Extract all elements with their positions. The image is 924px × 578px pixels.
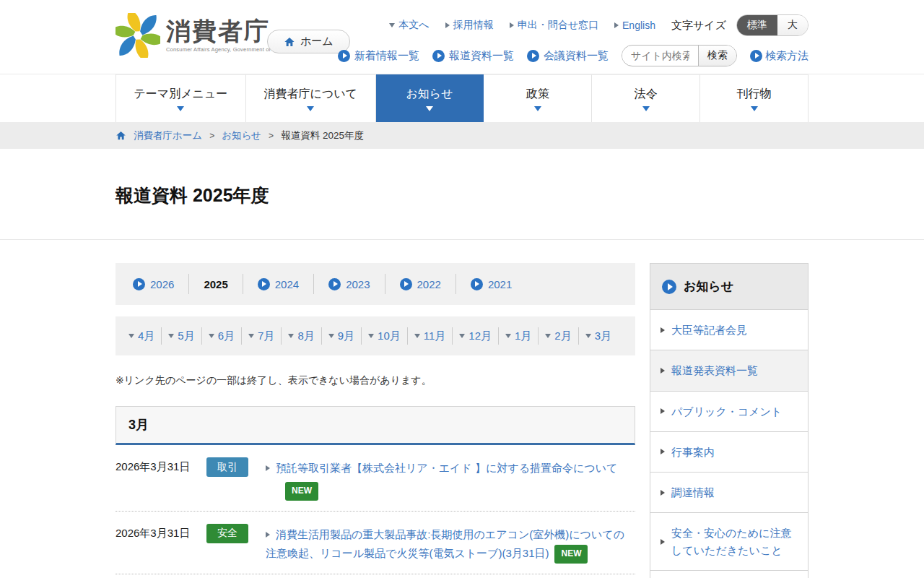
month-link-3[interactable]: 3月 — [585, 329, 611, 343]
chevron-down-icon — [288, 334, 294, 338]
month-link-11[interactable]: 11月 — [414, 329, 446, 343]
nav-label: 法令 — [635, 87, 658, 102]
site-header: 消費者庁 Consumer Affairs Agency, Government… — [0, 0, 924, 74]
divider — [281, 327, 282, 345]
article-link[interactable]: 預託等取引業者【株式会社リア・エイド 】に対する措置命令について — [276, 462, 617, 474]
nav-theme-menu[interactable]: テーマ別メニュー — [116, 74, 246, 122]
breadcrumb-current: 報道資料 2025年度 — [281, 129, 364, 142]
year-label: 2025 — [204, 278, 227, 290]
month-link-6[interactable]: 6月 — [209, 329, 235, 343]
home-icon — [116, 130, 126, 141]
font-size-toggle: 標準 大 — [736, 14, 808, 36]
circle-arrow-icon — [662, 280, 676, 294]
sidebar-item-label: 行事案内 — [671, 444, 715, 460]
month-link-10[interactable]: 10月 — [368, 329, 401, 343]
month-link-2[interactable]: 2月 — [545, 329, 571, 343]
month-link-4[interactable]: 4月 — [128, 329, 154, 343]
nav-policy[interactable]: 政策 — [484, 74, 592, 122]
sidebar-item-safety-cautions[interactable]: 安全・安心のために注意していただきたいこと — [650, 513, 808, 571]
month-link-8[interactable]: 8月 — [288, 329, 314, 343]
month-label: 2月 — [554, 329, 571, 343]
meeting-list-link[interactable]: 会議資料一覧 — [527, 49, 609, 63]
english-link[interactable]: English — [614, 20, 655, 31]
chevron-down-icon — [751, 106, 758, 111]
press-list-link[interactable]: 報道資料一覧 — [432, 49, 514, 63]
agency-logo[interactable]: 消費者庁 Consumer Affairs Agency, Government… — [116, 13, 288, 58]
month-link-12[interactable]: 12月 — [459, 329, 492, 343]
sidebar-item-label: 安全・安心のために注意していただきたいこと — [671, 525, 798, 558]
english-label: English — [622, 20, 655, 31]
chevron-down-icon — [426, 106, 433, 111]
sidebar-item-new-info-list[interactable]: 新着情報一覧 — [650, 571, 808, 578]
nav-news[interactable]: お知らせ — [376, 74, 484, 122]
month-link-9[interactable]: 9月 — [328, 329, 354, 343]
chevron-right-icon — [661, 327, 665, 333]
year-label: 2026 — [150, 278, 174, 290]
month-link-7[interactable]: 7月 — [248, 329, 274, 343]
month-link-1[interactable]: 1月 — [505, 329, 531, 343]
chevron-down-icon — [307, 106, 314, 111]
search-button[interactable]: 検索 — [698, 45, 736, 66]
sidebar-item-press-materials[interactable]: 報道発表資料一覧 — [650, 350, 808, 391]
circle-arrow-icon — [400, 278, 412, 290]
nav-label: お知らせ — [406, 87, 453, 102]
nav-laws[interactable]: 法令 — [592, 74, 700, 122]
month-label: 10月 — [378, 329, 401, 343]
sidebar-item-press-conference[interactable]: 大臣等記者会見 — [650, 310, 808, 350]
main-navigation: テーマ別メニュー 消費者庁について お知らせ 政策 法令 刊行物 — [0, 74, 924, 122]
year-2023-link[interactable]: 2023 — [328, 278, 370, 290]
sidebar-item-public-comment[interactable]: パブリック・コメント — [650, 392, 808, 432]
year-2026-link[interactable]: 2026 — [133, 278, 174, 290]
press-release-row: 2026年3月31日 制度 第7回現代社会における消費者取引の在り方を踏まえた消… — [116, 574, 635, 578]
font-size-large-button[interactable]: 大 — [777, 15, 808, 35]
recruit-link[interactable]: 採用情報 — [445, 19, 494, 32]
breadcrumb-news-link[interactable]: お知らせ — [222, 129, 261, 142]
month-link-5[interactable]: 5月 — [168, 329, 194, 343]
month-label: 1月 — [515, 329, 531, 343]
sidebar-item-events[interactable]: 行事案内 — [650, 432, 808, 473]
chevron-down-icon — [177, 106, 184, 111]
new-info-list-link[interactable]: 新着情報一覧 — [338, 49, 419, 63]
nav-publications[interactable]: 刊行物 — [700, 74, 808, 122]
contact-link[interactable]: 申出・問合せ窓口 — [510, 19, 598, 32]
nav-label: 消費者庁について — [263, 87, 357, 102]
month-label: 5月 — [178, 329, 194, 343]
to-content-link[interactable]: 本文へ — [389, 19, 429, 32]
utility-links: 本文へ 採用情報 申出・問合せ窓口 English 文字サイズ 標準 大 — [389, 14, 808, 36]
article-date: 2026年3月31日 — [116, 524, 198, 564]
circle-arrow-icon — [338, 50, 350, 62]
font-size-standard-button[interactable]: 標準 — [737, 15, 777, 35]
divider — [201, 327, 202, 345]
divider — [361, 327, 362, 345]
sidebar-item-label: 大臣等記者会見 — [671, 322, 747, 338]
new-badge: NEW — [554, 545, 588, 564]
year-label: 2024 — [275, 278, 299, 290]
year-label: 2021 — [488, 278, 512, 290]
breadcrumb-separator: > — [269, 131, 274, 141]
chevron-down-icon — [585, 334, 591, 338]
sidebar-title: お知らせ — [684, 278, 733, 295]
month-label: 9月 — [338, 329, 354, 343]
font-size-label: 文字サイズ — [671, 19, 726, 33]
divider — [498, 327, 499, 345]
breadcrumb-home-link[interactable]: 消費者庁ホーム — [134, 129, 202, 142]
nav-about-agency[interactable]: 消費者庁について — [246, 74, 376, 122]
year-2022-link[interactable]: 2022 — [400, 278, 441, 290]
search-input[interactable] — [622, 50, 698, 61]
divider — [243, 274, 243, 294]
sidebar-header-news[interactable]: お知らせ — [650, 264, 808, 310]
chevron-down-icon — [505, 334, 511, 338]
chevron-down-icon — [248, 334, 254, 338]
year-2024-link[interactable]: 2024 — [258, 278, 299, 290]
year-2025-current: 2025 — [204, 278, 227, 290]
category-badge-trade: 取引 — [206, 457, 248, 477]
search-help-link[interactable]: 検索方法 — [750, 49, 808, 63]
quick-links-row: 新着情報一覧 報道資料一覧 会議資料一覧 検索 検索方法 — [338, 45, 808, 66]
circle-arrow-icon — [258, 278, 270, 290]
circle-arrow-icon — [471, 278, 483, 290]
month-links: 4月 5月 6月 7月 8月 9月 10月 11月 12月 1月 2月 3月 — [116, 316, 635, 355]
year-2021-link[interactable]: 2021 — [471, 278, 512, 290]
sidebar-item-procurement[interactable]: 調達情報 — [650, 473, 808, 513]
year-tabs: 2026 2025 2024 2023 2022 — [116, 263, 635, 305]
month-label: 6月 — [218, 329, 235, 343]
